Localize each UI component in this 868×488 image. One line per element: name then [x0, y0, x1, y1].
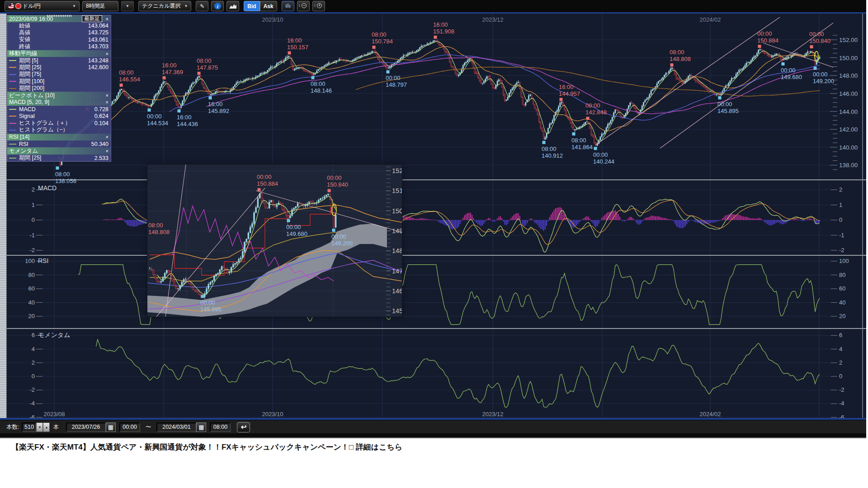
- svg-text:-1: -1: [29, 232, 35, 239]
- reset-range-button[interactable]: ↩: [237, 422, 250, 432]
- zoom-out-icon: ↕−: [300, 3, 306, 9]
- svg-text:00:00: 00:00: [286, 224, 301, 230]
- count-decrement-button[interactable]: ▼: [36, 422, 43, 432]
- svg-text:145.00: 145.00: [392, 307, 402, 314]
- info-button[interactable]: i: [211, 1, 224, 11]
- ohlc-row: 高値143.725: [7, 29, 111, 36]
- bar-count-label: 本数:: [6, 423, 19, 431]
- close-icon[interactable]: ×: [106, 16, 108, 22]
- close-icon[interactable]: ×: [103, 134, 108, 140]
- technical-select-button[interactable]: テクニカル選択 ▼: [138, 1, 191, 11]
- chevron-down-icon: ▼: [72, 4, 76, 8]
- svg-text:08:00: 08:00: [585, 102, 600, 109]
- svg-text:150.884: 150.884: [757, 37, 778, 44]
- svg-text:16:00: 16:00: [162, 62, 177, 69]
- from-calendar-button[interactable]: ▦: [106, 422, 116, 432]
- indicator-row: 期間 [25]142.600: [7, 64, 111, 71]
- svg-text:20: 20: [28, 313, 35, 319]
- close-icon[interactable]: ×: [103, 51, 108, 56]
- ask-toggle-button[interactable]: Ask: [260, 1, 277, 11]
- svg-text:138.056: 138.056: [55, 178, 76, 184]
- zoom-inset-window[interactable]: 00:00150.88400:00150.84000:00145.89500:0…: [147, 164, 402, 317]
- svg-text:145.892: 145.892: [208, 108, 229, 114]
- svg-text:145.895: 145.895: [200, 306, 222, 313]
- zoom-inset-canvas[interactable]: 00:00150.88400:00150.84000:00145.89500:0…: [147, 164, 402, 317]
- close-icon[interactable]: ×: [103, 148, 108, 154]
- svg-text:00:00: 00:00: [331, 233, 346, 240]
- svg-text:148.808: 148.808: [670, 56, 691, 62]
- bar-count-input[interactable]: 510: [22, 422, 36, 432]
- svg-text:150.00: 150.00: [392, 207, 402, 215]
- from-date-input[interactable]: 2023/07/26: [66, 422, 106, 432]
- svg-text:149.200: 149.200: [331, 240, 353, 247]
- count-increment-button[interactable]: ▲: [43, 422, 50, 432]
- svg-text:60: 60: [839, 285, 845, 292]
- candlestick-mode-button[interactable]: [282, 1, 294, 11]
- svg-text:146.00: 146.00: [839, 90, 858, 97]
- svg-text:140.244: 140.244: [593, 158, 614, 165]
- campaign-marquee[interactable]: 【楽天FX・楽天MT4】人気通貨ペア・新興国通貨が対象！！FXキャッシュバックキ…: [0, 441, 868, 451]
- svg-text:4: 4: [32, 346, 35, 352]
- svg-text:-6: -6: [839, 414, 844, 418]
- svg-text:16:00: 16:00: [208, 101, 223, 108]
- from-time-input[interactable]: 00:00: [119, 422, 140, 432]
- svg-text:00:00: 00:00: [813, 71, 828, 78]
- svg-text:149.200: 149.200: [813, 78, 834, 84]
- svg-text:08:00: 08:00: [542, 145, 557, 152]
- to-calendar-button[interactable]: ▦: [196, 422, 206, 432]
- svg-text:147.369: 147.369: [162, 69, 183, 75]
- indicator-info-panel[interactable]: 2023/08/09 16:00最新足×始値143.064高値143.725安値…: [7, 15, 111, 162]
- svg-text:148.797: 148.797: [386, 81, 407, 88]
- range-control-bar: 本数: 510 ▼ ▲ 本 2023/07/26 ▦ 00:00 〜 2024/…: [0, 420, 866, 434]
- svg-text:80: 80: [839, 272, 845, 278]
- bid-toggle-button[interactable]: Bid: [244, 1, 259, 11]
- panel-drag-handle[interactable]: [47, 15, 72, 17]
- pair-label: ドル/円: [23, 2, 41, 10]
- svg-text:08:00: 08:00: [119, 69, 134, 76]
- svg-text:150.840: 150.840: [327, 181, 348, 188]
- to-date-input[interactable]: 2024/03/01: [156, 422, 196, 432]
- timeframe-dropdown-button[interactable]: ▼: [121, 1, 134, 11]
- svg-text:148.00: 148.00: [839, 72, 858, 79]
- svg-text:4: 4: [839, 346, 842, 352]
- svg-text:1: 1: [32, 202, 35, 208]
- indicator-row: 期間 [200]: [7, 85, 111, 92]
- main-chart-canvas[interactable]: 2023/082023/102023/122024/022023/082023/…: [0, 14, 866, 418]
- timeframe-field[interactable]: 8時間足: [82, 1, 118, 11]
- indicator-row: 期間 [5]143.248: [7, 57, 111, 64]
- left-splitter-gutter[interactable]: [0, 14, 7, 418]
- draw-pencil-button[interactable]: ✎: [196, 1, 208, 11]
- svg-text:149.00: 149.00: [392, 227, 402, 235]
- svg-text:6: 6: [32, 332, 35, 338]
- svg-text:151.908: 151.908: [433, 28, 454, 35]
- svg-text:08:00: 08:00: [148, 222, 163, 229]
- zoom-in-button[interactable]: ↕+: [312, 1, 325, 11]
- ohlc-row: 始値143.064: [7, 22, 111, 29]
- range-separator: 〜: [146, 423, 151, 431]
- svg-text:16:00: 16:00: [433, 21, 448, 28]
- zoom-out-button[interactable]: ↕−: [297, 1, 310, 11]
- svg-text:144.957: 144.957: [559, 90, 580, 97]
- svg-text:146.00: 146.00: [392, 287, 402, 295]
- currency-pair-selector[interactable]: ドル/円 ▼: [5, 1, 80, 11]
- close-icon[interactable]: ×: [103, 99, 108, 105]
- bar-unit-label: 本: [53, 423, 59, 431]
- indicator-row: RSI50.340: [7, 141, 111, 147]
- svg-text:152.00: 152.00: [392, 167, 402, 174]
- indicator-section-header: MACD [5, 20, 9]×: [7, 99, 111, 106]
- svg-text:00:00: 00:00: [386, 75, 401, 81]
- indicator-row: MACD0.728: [7, 106, 111, 113]
- svg-text:150.00: 150.00: [839, 55, 858, 61]
- svg-text:145.895: 145.895: [717, 108, 739, 114]
- zoom-in-icon: ↕+: [316, 3, 321, 9]
- svg-text:RSI: RSI: [38, 257, 48, 264]
- svg-text:60: 60: [28, 285, 35, 292]
- svg-text:138.00: 138.00: [839, 162, 858, 169]
- close-icon[interactable]: ×: [103, 93, 108, 98]
- area-chart-button[interactable]: [226, 1, 239, 11]
- to-time-input[interactable]: 08:00: [210, 422, 231, 432]
- svg-text:151.00: 151.00: [392, 187, 402, 194]
- svg-text:モメンタム: モメンタム: [38, 331, 71, 338]
- reset-icon: ↩: [241, 423, 247, 431]
- svg-text:2: 2: [839, 359, 842, 366]
